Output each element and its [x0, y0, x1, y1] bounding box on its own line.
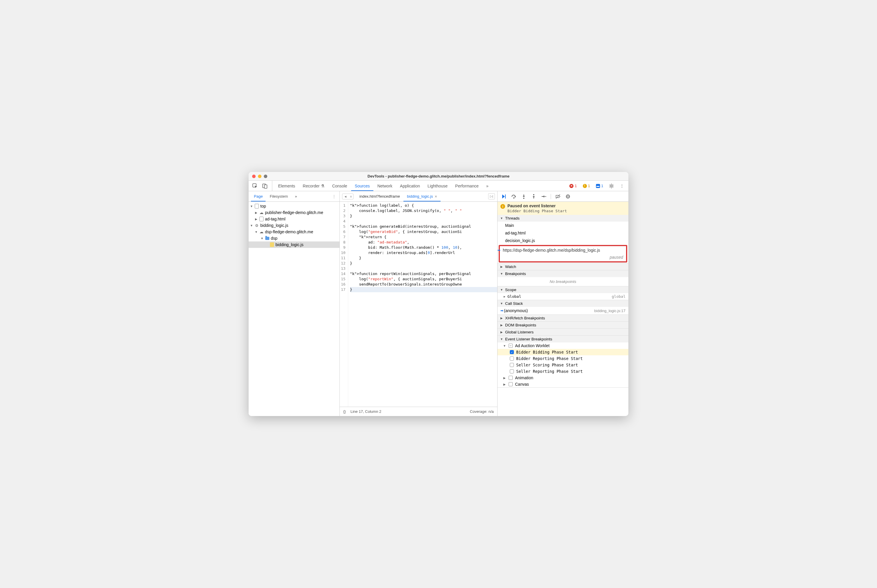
active-thread-icon: ➡: [498, 248, 501, 252]
pause-title: Paused on event listener: [507, 204, 567, 208]
pause-exceptions-icon[interactable]: [564, 192, 572, 201]
breakpoints-header[interactable]: ▼Breakpoints: [498, 270, 629, 277]
tree-item-top[interactable]: ▼top: [248, 203, 340, 209]
maximize-icon[interactable]: [264, 175, 267, 178]
frame-name: (anonymous): [504, 308, 528, 313]
thread-decision[interactable]: decision_logic.js: [498, 237, 629, 244]
step-into-icon[interactable]: [520, 192, 528, 201]
event-seller-scoring-start[interactable]: Seller Scoring Phase Start: [498, 362, 629, 368]
file-tab-index[interactable]: index.html?fencedframe: [356, 191, 403, 201]
event-listener-bp-header[interactable]: ▼Event Listener Breakpoints: [498, 336, 629, 342]
svg-rect-11: [568, 195, 569, 198]
category-animation[interactable]: ▶Animation: [498, 375, 629, 381]
device-toggle-icon[interactable]: [261, 182, 269, 190]
warning-count-label: 1: [588, 184, 590, 188]
minimize-icon[interactable]: [258, 175, 262, 178]
tab-recorder[interactable]: Recorder⚗: [299, 181, 328, 191]
svg-rect-10: [567, 195, 568, 198]
tree-label: bidding_logic.js: [260, 223, 288, 228]
scope-label: Global: [507, 294, 521, 298]
file-tree: ▼top ▶☁publisher-fledge-demo.glitch.me ▶…: [248, 202, 340, 416]
checkbox-icon[interactable]: [510, 363, 514, 367]
callstack-header[interactable]: ▼Call Stack: [498, 300, 629, 307]
tab-application[interactable]: Application: [396, 181, 424, 191]
error-count[interactable]: ✕1: [568, 183, 578, 189]
deactivate-bp-icon[interactable]: [554, 192, 562, 201]
scope-header[interactable]: ▼Scope: [498, 286, 629, 293]
navigator-more-icon[interactable]: »: [292, 191, 300, 201]
tab-sources[interactable]: Sources: [351, 181, 373, 191]
file-tab-label: index.html?fencedframe: [360, 194, 400, 198]
issue-count[interactable]: ▬1: [594, 183, 605, 189]
navigator-tab-filesystem[interactable]: Filesystem: [267, 191, 291, 201]
file-tab-label: bidding_logic.js: [407, 194, 433, 198]
event-seller-reporting-start[interactable]: Seller Reporting Phase Start: [498, 368, 629, 375]
category-canvas[interactable]: ▶Canvas: [498, 381, 629, 387]
tab-elements[interactable]: Elements: [275, 181, 299, 191]
navigator-tab-page[interactable]: Page: [251, 191, 266, 201]
thread-active[interactable]: ➡ https://dsp-fledge-demo.glitch.me/dsp/…: [499, 245, 627, 262]
tab-console[interactable]: Console: [329, 181, 350, 191]
threads-header[interactable]: ▼Threads: [498, 215, 629, 222]
tree-item-adtag[interactable]: ▶ad-tag.html: [248, 216, 340, 222]
tree-item-dsp[interactable]: ▼dsp: [248, 235, 340, 242]
format-button[interactable]: {}: [343, 410, 346, 414]
tree-item-domain2[interactable]: ▼☁dsp-fledge-demo.glitch.me: [248, 229, 340, 235]
checkbox-icon[interactable]: [510, 357, 514, 361]
issue-count-label: 1: [601, 184, 603, 188]
checkbox-icon[interactable]: [510, 369, 514, 374]
settings-icon[interactable]: [607, 182, 615, 190]
tree-item-bidding-js[interactable]: bidding_logic.js: [248, 242, 340, 248]
step-out-icon[interactable]: [530, 192, 538, 201]
editor-status-bar: {} Line 17, Column 2 Coverage: n/a: [340, 407, 497, 416]
thread-adtag[interactable]: ad-tag.html: [498, 229, 629, 237]
tab-lighthouse[interactable]: Lighthouse: [424, 181, 451, 191]
svg-rect-4: [505, 195, 506, 198]
category-ad-auction[interactable]: ▼−Ad Auction Worklet: [498, 342, 629, 349]
kebab-menu-icon[interactable]: ⋮: [618, 182, 626, 190]
close-icon[interactable]: [252, 175, 256, 178]
editor-pane: ◄ ≡ index.html?fencedframe bidding_logic…: [340, 191, 498, 416]
callstack-frame[interactable]: ➡ (anonymous) bidding_logic.js:17: [498, 307, 629, 314]
global-listeners-header[interactable]: ▶Global Listeners: [498, 329, 629, 336]
step-over-icon[interactable]: [510, 192, 518, 201]
navigator-menu-icon[interactable]: ⋮: [331, 193, 337, 200]
run-snippet-icon[interactable]: ▷|: [488, 193, 495, 200]
nav-prev-icon[interactable]: ◄: [342, 194, 349, 199]
code-content[interactable]: "k">function log(label, o) { console.log…: [348, 202, 497, 407]
section-label: Global Listeners: [505, 330, 534, 334]
thread-main[interactable]: Main: [498, 222, 629, 229]
js-file-icon: [270, 242, 274, 247]
checkbox-icon[interactable]: ✓: [510, 350, 514, 354]
more-tabs-icon[interactable]: »: [483, 181, 492, 191]
svg-point-6: [523, 198, 524, 199]
xhr-bp-header[interactable]: ▶XHR/fetch Breakpoints: [498, 315, 629, 321]
dom-bp-header[interactable]: ▶DOM Breakpoints: [498, 322, 629, 328]
navigator-pane: Page Filesystem » ⋮ ▼top ▶☁publisher-fle…: [248, 191, 340, 416]
warning-count[interactable]: !1: [581, 183, 592, 189]
folder-icon: [265, 236, 270, 241]
event-label: Seller Scoring Phase Start: [516, 363, 578, 367]
event-label: Bidder Bidding Phase Start: [516, 350, 578, 354]
event-bidder-reporting-start[interactable]: Bidder Reporting Phase Start: [498, 355, 629, 362]
watch-header[interactable]: ▶Watch: [498, 263, 629, 270]
event-bidder-bidding-start[interactable]: ✓Bidder Bidding Phase Start: [498, 349, 629, 355]
file-tab-bidding[interactable]: bidding_logic.js×: [403, 191, 441, 201]
traffic-lights: [252, 175, 267, 178]
nav-list-icon[interactable]: ≡: [349, 194, 353, 199]
tree-item-bidding-worklet[interactable]: ▼⚙bidding_logic.js: [248, 222, 340, 229]
step-icon[interactable]: [540, 192, 548, 201]
svg-point-5: [513, 197, 514, 198]
close-icon[interactable]: ×: [435, 194, 437, 199]
no-breakpoints-msg: No breakpoints: [498, 277, 629, 286]
scope-global[interactable]: ▶Globalglobal: [498, 293, 629, 300]
inspect-icon[interactable]: [251, 182, 259, 190]
resume-icon[interactable]: [500, 192, 508, 201]
pause-banner: i Paused on event listener Bidder Biddin…: [498, 202, 629, 215]
section-label: Watch: [505, 264, 516, 269]
tab-performance[interactable]: Performance: [452, 181, 482, 191]
tree-item-domain1[interactable]: ▶☁publisher-fledge-demo.glitch.me: [248, 209, 340, 216]
svg-point-9: [566, 195, 570, 198]
code-editor[interactable]: 1234567891011121314151617 "k">function l…: [340, 202, 497, 407]
tab-network[interactable]: Network: [374, 181, 396, 191]
